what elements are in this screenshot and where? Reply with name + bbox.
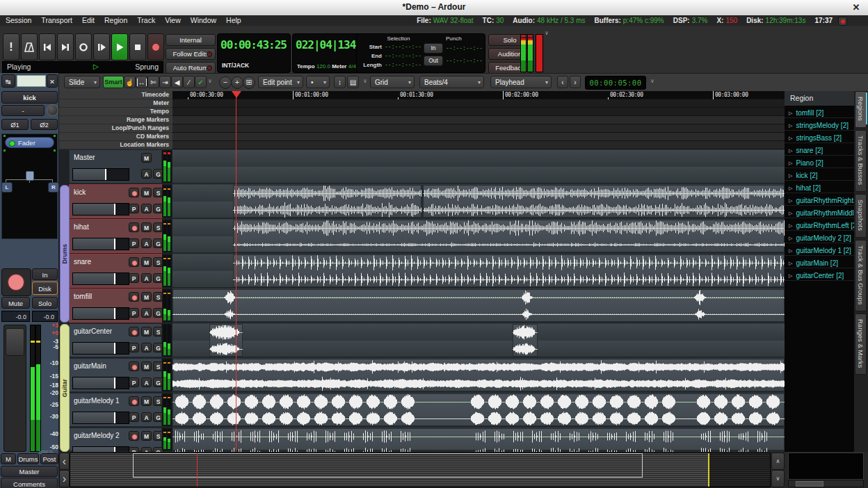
track-name[interactable]: snare <box>74 258 91 266</box>
title-bar[interactable]: *Demo – Ardour ✕ <box>0 0 868 16</box>
region-list-item[interactable]: ▷guitarMelody 2 [2] <box>785 231 854 243</box>
solo-button[interactable]: Solo <box>32 297 58 309</box>
loop-button[interactable] <box>75 33 92 60</box>
disclosure-triangle-icon[interactable]: ▷ <box>789 223 792 229</box>
track-header-hihat[interactable]: hihatMSPAG <box>69 219 162 253</box>
internal-button[interactable]: Internal <box>166 34 216 46</box>
strip-tab-drums[interactable]: Drums <box>17 453 39 464</box>
disclosure-triangle-icon[interactable]: ▷ <box>789 261 792 266</box>
goto-start-button[interactable] <box>39 33 56 60</box>
error-indicator-icon[interactable] <box>838 17 847 26</box>
track-name[interactable]: tomfill <box>74 293 92 300</box>
ruler-row[interactable] <box>172 116 785 124</box>
phase-1-button[interactable]: Ø1 <box>1 119 29 130</box>
cut-tool-button[interactable]: ✄ <box>147 76 159 88</box>
mute-button[interactable]: Mute <box>1 297 30 309</box>
mute-button[interactable]: M <box>141 396 152 406</box>
region-list-item[interactable]: ▷Piano [2] <box>785 156 854 168</box>
track-header-guitarmelody-2[interactable]: guitarMelody 2MSPAG <box>69 428 162 451</box>
track-canvas[interactable] <box>172 149 785 452</box>
tab-snapshots[interactable]: Snapshots <box>855 194 867 238</box>
region-list-hscrollbar[interactable] <box>788 480 864 487</box>
mute-button[interactable]: M <box>141 153 152 163</box>
track-name[interactable]: guitarMain <box>74 362 106 370</box>
tools-chevron-icon[interactable]: ∨ <box>208 78 212 84</box>
playlist-button[interactable]: P <box>129 238 139 248</box>
meter-value[interactable]: 4/4 <box>348 63 356 70</box>
record-arm-button[interactable] <box>129 292 139 302</box>
summary-scroll-left-button[interactable]: ‹ <box>59 453 70 470</box>
ruler-label-range-markers[interactable]: Range Markers <box>59 116 172 124</box>
region-list-item[interactable]: ▷guitarMelody 1 [2] <box>785 243 854 256</box>
track-name[interactable]: kick <box>74 188 86 196</box>
mute-button[interactable]: M <box>141 292 152 302</box>
disclosure-triangle-icon[interactable]: ▷ <box>789 161 792 166</box>
region-list-item[interactable]: ▷kick [2] <box>785 168 854 181</box>
automation-button[interactable]: A <box>141 377 152 387</box>
selection-value[interactable]: --:--:--:-- <box>385 44 421 50</box>
region-list-item[interactable]: ▷guitarMain [2] <box>785 256 854 268</box>
selection-value[interactable]: --:--:--:-- <box>385 62 421 68</box>
error-log-button[interactable]: ! <box>3 33 19 60</box>
punch-out-button[interactable]: Out <box>424 56 443 66</box>
zoom-in-button[interactable]: + <box>231 76 243 89</box>
zoom-focus-dropdown[interactable]: • <box>306 76 330 88</box>
menu-session[interactable]: Session <box>6 15 31 26</box>
goto-end-button[interactable] <box>57 33 74 60</box>
input-button[interactable]: In <box>32 268 58 280</box>
record-arm-button[interactable] <box>129 327 139 336</box>
nudge-backward-button[interactable]: ‹ <box>557 76 568 88</box>
tab-tracks-busses[interactable]: Tracks & Busses <box>855 130 867 192</box>
mute-button[interactable]: M <box>141 431 152 441</box>
ruler-row[interactable] <box>172 108 785 116</box>
disclosure-triangle-icon[interactable]: ▷ <box>789 211 792 216</box>
disclosure-triangle-icon[interactable]: ▷ <box>789 111 792 116</box>
playlist-button[interactable]: P <box>129 447 139 452</box>
track-header-master[interactable]: MasterMAG <box>69 149 162 184</box>
track-header-guitarcenter[interactable]: guitarCenterMSPAG <box>69 323 162 357</box>
disclosure-triangle-icon[interactable]: ▷ <box>789 273 792 279</box>
nudge-clock[interactable]: 00:00:05:00 <box>585 76 646 90</box>
disclosure-triangle-icon[interactable]: ▷ <box>789 186 792 191</box>
tab-ranges-marks[interactable]: Ranges & Marks <box>855 314 867 375</box>
automation-button[interactable]: A <box>141 238 152 248</box>
playlist-button[interactable]: P <box>129 377 139 387</box>
snap-target-dropdown[interactable]: Playhead <box>490 76 552 88</box>
track-header-tomfill[interactable]: tomfillMSPAG <box>69 288 162 323</box>
mute-button[interactable]: M <box>141 257 152 267</box>
disclosure-triangle-icon[interactable]: ▷ <box>789 136 792 141</box>
track-fader[interactable] <box>72 307 129 320</box>
edit-point-dropdown[interactable]: Edit point <box>258 76 303 88</box>
close-icon[interactable]: ✕ <box>850 1 862 14</box>
pan-right-button[interactable]: R <box>48 182 59 193</box>
ruler-label-loop-punch-ranges[interactable]: Loop/Punch Ranges <box>59 124 172 133</box>
shuttle-control[interactable]: Playing ▷ Sprung <box>2 61 163 73</box>
disclosure-triangle-icon[interactable]: ▷ <box>789 248 792 254</box>
menu-view[interactable]: View <box>165 15 181 26</box>
pan-slider[interactable] <box>26 171 34 181</box>
gain-fader[interactable] <box>3 325 26 452</box>
grid-mode-dropdown[interactable]: Grid <box>370 76 415 88</box>
internal-edit-tool-button[interactable]: ✓ <box>195 76 207 88</box>
record-enable-button[interactable] <box>1 268 31 296</box>
menu-region[interactable]: Region <box>104 15 127 26</box>
menu-window[interactable]: Window <box>191 15 216 26</box>
region-list-item[interactable]: ▷stringsMelody [2] <box>785 118 854 131</box>
playlist-button[interactable]: P <box>129 308 139 318</box>
record-arm-button[interactable] <box>129 188 139 197</box>
stop-button[interactable] <box>129 33 146 60</box>
automation-button[interactable]: A <box>141 169 152 179</box>
mute-button[interactable]: M <box>141 188 152 197</box>
scroll-up-button[interactable]: ∧ <box>771 453 785 470</box>
record-arm-button[interactable] <box>129 361 139 371</box>
automation-button[interactable]: A <box>141 273 152 283</box>
strip-tab-post[interactable]: Post <box>40 453 58 464</box>
record-arm-button[interactable] <box>129 257 139 267</box>
region-list-hscrollbar-thumb[interactable] <box>796 481 823 487</box>
track-fader[interactable] <box>72 238 129 250</box>
region-list-item[interactable]: ▷tomfill [2] <box>785 106 854 118</box>
ruler-row[interactable] <box>172 99 785 108</box>
height-chevron-icon[interactable]: ∨ <box>363 78 367 84</box>
strip-name-field[interactable] <box>17 75 46 87</box>
gain-fader-handle[interactable] <box>6 328 24 356</box>
